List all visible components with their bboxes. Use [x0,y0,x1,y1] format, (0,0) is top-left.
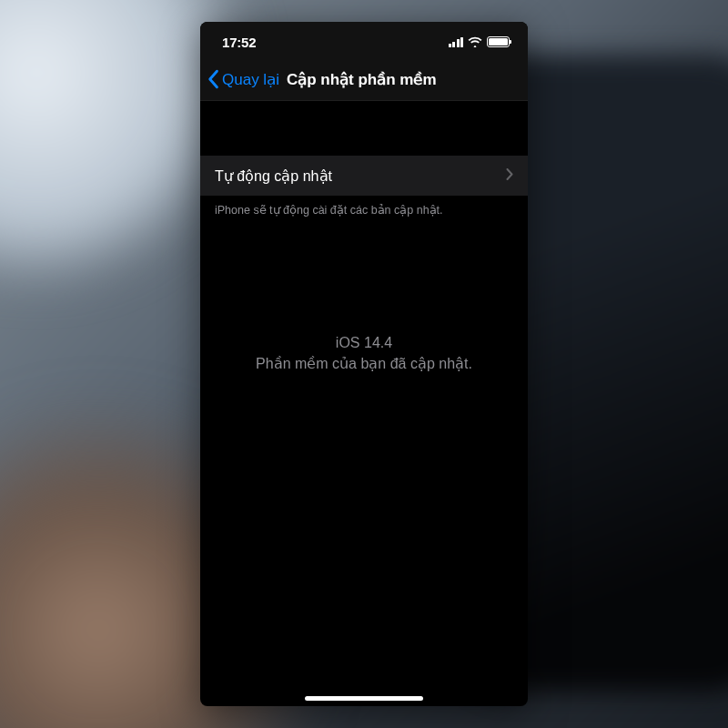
auto-update-label: Tự động cập nhật [215,167,332,185]
status-bar: 17:52 [200,22,528,62]
chevron-right-icon [506,167,513,184]
status-time: 17:52 [222,35,256,50]
os-version-label: iOS 14.4 [200,335,528,351]
cellular-signal-icon [449,37,464,47]
wifi-icon [468,36,482,47]
phone-frame: 17:52 Quay lại Cập nhật phần mề [200,22,528,706]
back-chevron-icon[interactable] [204,69,222,89]
os-update-status-label: Phần mềm của bạn đã cập nhật. [200,355,528,372]
page-title: Cập nhật phần mềm [287,70,437,89]
auto-update-cell[interactable]: Tự động cập nhật [200,156,528,196]
content-area: Tự động cập nhật iPhone sẽ tự động cài đ… [200,101,528,372]
software-status-block: iOS 14.4 Phần mềm của bạn đã cập nhật. [200,335,528,372]
status-icons [449,36,511,47]
home-indicator[interactable] [305,696,423,701]
back-button-label[interactable]: Quay lại [222,70,279,89]
auto-update-footer-note: iPhone sẽ tự động cài đặt các bản cập nh… [200,196,528,217]
navigation-bar: Quay lại Cập nhật phần mềm [200,62,528,101]
battery-icon [487,36,510,47]
